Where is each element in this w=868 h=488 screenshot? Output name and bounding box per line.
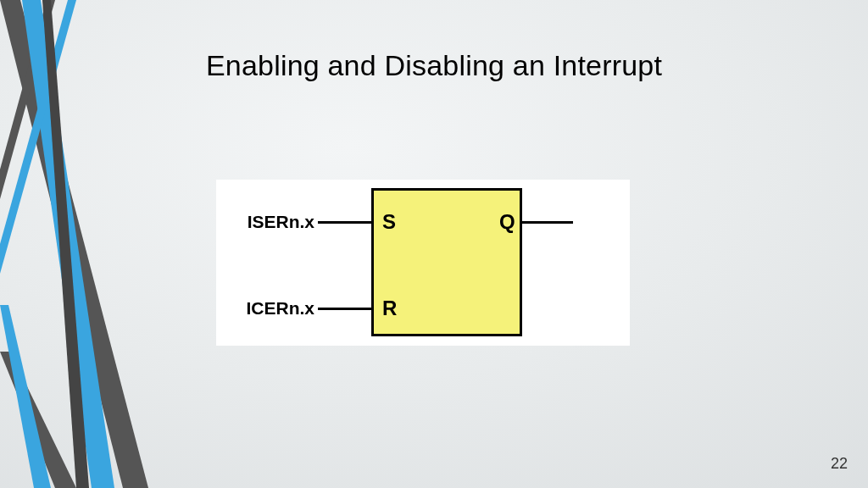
pin-label-s: S	[382, 210, 396, 234]
sr-latch-figure: S R Q ISERn.x ICERn.x	[216, 180, 630, 346]
svg-marker-3	[0, 0, 76, 274]
wire-reset	[318, 308, 371, 310]
slide-title: Enabling and Disabling an Interrupt	[0, 49, 868, 82]
svg-marker-1	[0, 0, 55, 199]
wire-set	[318, 221, 371, 224]
slide: Enabling and Disabling an Interrupt S R …	[0, 0, 868, 488]
svg-marker-5	[0, 352, 76, 488]
pin-label-r: R	[382, 297, 397, 320]
wire-output	[522, 221, 573, 224]
sr-latch-diagram: S R Q ISERn.x ICERn.x	[216, 180, 630, 346]
svg-marker-6	[0, 305, 51, 488]
page-number: 22	[831, 455, 848, 473]
input-label-reset: ICERn.x	[221, 298, 314, 319]
pin-label-q: Q	[499, 210, 515, 234]
input-label-set: ISERn.x	[221, 212, 314, 232]
